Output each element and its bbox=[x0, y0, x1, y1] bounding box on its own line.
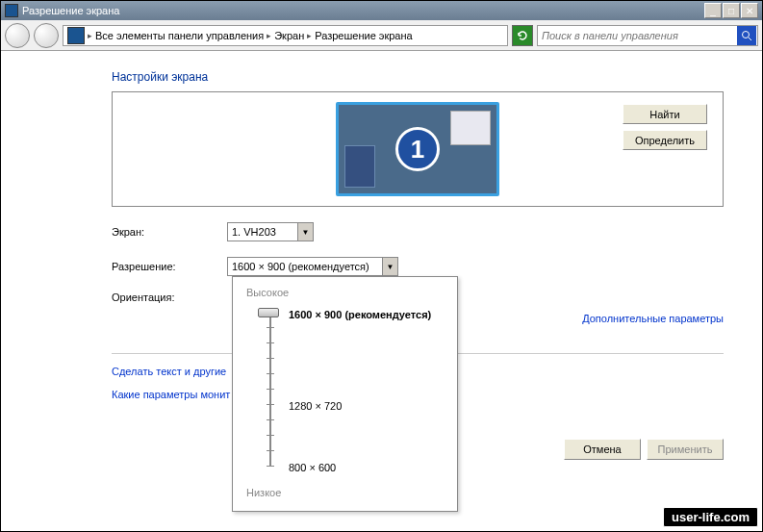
slider-tick bbox=[267, 358, 274, 359]
identify-button[interactable]: Определить bbox=[623, 130, 707, 150]
search-icon bbox=[741, 30, 752, 41]
breadcrumb-root[interactable]: Все элементы панели управления bbox=[95, 30, 264, 41]
app-icon bbox=[5, 4, 18, 17]
folder-icon bbox=[67, 27, 85, 44]
window-thumb-icon bbox=[450, 111, 491, 145]
advanced-link[interactable]: Дополнительные параметры bbox=[582, 313, 724, 324]
svg-line-1 bbox=[749, 38, 751, 40]
chevron-right-icon: ▸ bbox=[307, 31, 312, 40]
back-button[interactable] bbox=[5, 23, 30, 48]
slider-high-label: Высокое bbox=[246, 287, 444, 298]
chevron-down-icon: ▼ bbox=[382, 258, 397, 275]
display-label: Экран: bbox=[112, 226, 227, 238]
slider-tick bbox=[267, 327, 274, 328]
window-title: Разрешение экрана bbox=[22, 5, 119, 16]
watermark: user-life.com bbox=[663, 507, 758, 527]
forward-button[interactable] bbox=[34, 23, 59, 48]
resolution-select[interactable]: 1600 × 900 (рекомендуется) ▼ bbox=[227, 257, 398, 276]
chevron-right-icon: ▸ bbox=[267, 31, 271, 40]
slider-tick bbox=[267, 373, 274, 374]
resolution-slider[interactable]: 1600 × 900 (рекомендуется) 1280 × 720 80… bbox=[264, 312, 444, 475]
slider-tick bbox=[267, 450, 274, 451]
refresh-button[interactable] bbox=[512, 25, 533, 46]
title-bar: Разрешение экрана _ □ ✕ bbox=[1, 1, 762, 20]
chevron-down-icon: ▼ bbox=[297, 223, 313, 241]
slider-value-recommended: 1600 × 900 (рекомендуется) bbox=[289, 309, 431, 320]
search-button[interactable] bbox=[737, 26, 756, 45]
window-thumb-icon bbox=[344, 145, 375, 188]
orientation-label: Ориентация: bbox=[112, 291, 227, 303]
display-select-value: 1. VH203 bbox=[232, 226, 276, 238]
breadcrumb-leaf[interactable]: Разрешение экрана bbox=[315, 30, 412, 41]
apply-button[interactable]: Применить bbox=[647, 439, 724, 460]
display-preview: 1 Найти Определить bbox=[112, 91, 724, 207]
slider-tick bbox=[267, 435, 274, 436]
slider-tick bbox=[267, 389, 274, 390]
slider-value-low: 800 × 600 bbox=[289, 462, 336, 473]
search-input[interactable] bbox=[538, 30, 736, 41]
resolution-select-value: 1600 × 900 (рекомендуется) bbox=[232, 261, 369, 272]
close-button[interactable]: ✕ bbox=[741, 3, 758, 18]
maximize-button[interactable]: □ bbox=[723, 3, 740, 18]
slider-value-mid: 1280 × 720 bbox=[289, 400, 342, 412]
monitor-number: 1 bbox=[395, 127, 440, 171]
display-select[interactable]: 1. VH203 ▼ bbox=[227, 222, 314, 241]
nav-bar: ▸ Все элементы панели управления ▸ Экран… bbox=[1, 20, 762, 51]
search-box[interactable] bbox=[537, 25, 758, 46]
minimize-button[interactable]: _ bbox=[704, 3, 722, 18]
refresh-icon bbox=[517, 30, 528, 41]
find-button[interactable]: Найти bbox=[623, 104, 707, 124]
slider-tick bbox=[267, 342, 274, 343]
slider-thumb[interactable] bbox=[258, 308, 279, 317]
svg-point-0 bbox=[743, 31, 750, 38]
resolution-label: Разрешение: bbox=[112, 261, 227, 272]
monitor-1[interactable]: 1 bbox=[336, 102, 499, 196]
slider-low-label: Низкое bbox=[246, 487, 444, 498]
slider-tick bbox=[267, 466, 274, 467]
cancel-button[interactable]: Отмена bbox=[564, 439, 641, 460]
chevron-right-icon: ▸ bbox=[88, 31, 92, 40]
slider-tick bbox=[267, 419, 274, 420]
resolution-slider-popup: Высокое 1600 × 900 (рекомендуется) 1280 … bbox=[232, 276, 458, 512]
breadcrumb-mid[interactable]: Экран bbox=[274, 30, 304, 41]
breadcrumb[interactable]: ▸ Все элементы панели управления ▸ Экран… bbox=[63, 25, 508, 46]
page-heading: Настройки экрана bbox=[112, 70, 724, 84]
slider-tick bbox=[267, 404, 274, 405]
